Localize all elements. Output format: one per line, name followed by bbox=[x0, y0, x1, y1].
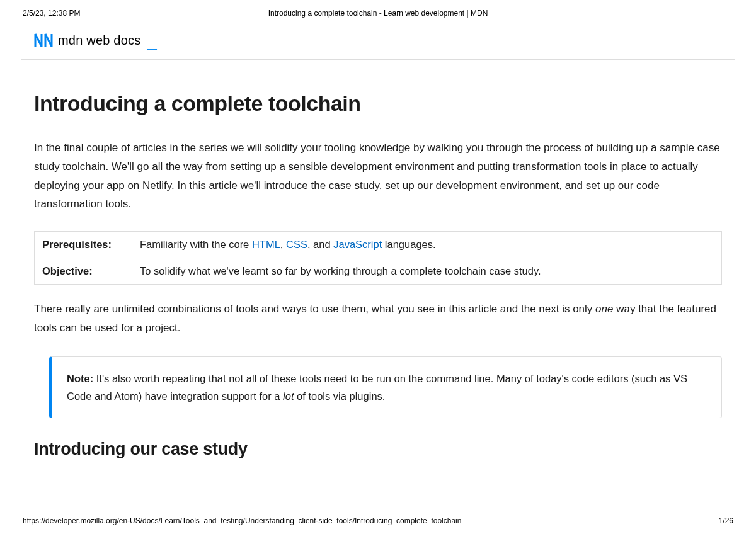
table-row: Objective: To solidify what we've learnt… bbox=[35, 258, 722, 285]
prerequisites-table: Prerequisites: Familiarity with the core… bbox=[34, 231, 722, 285]
link-javascript[interactable]: JavaScript bbox=[333, 239, 382, 250]
italic-one: one bbox=[595, 303, 613, 315]
brand-underscore-icon: _ bbox=[147, 38, 157, 47]
prereq-label: Prerequisites: bbox=[35, 232, 132, 258]
intro-paragraph: In the final couple of articles in the s… bbox=[34, 139, 722, 213]
link-css[interactable]: CSS bbox=[286, 239, 307, 250]
brand-text: mdn web docs bbox=[58, 33, 140, 48]
page-title: Introducing a complete toolchain bbox=[34, 91, 722, 116]
print-title: Introducing a complete toolchain - Learn… bbox=[149, 9, 607, 18]
brand-header: mdn web docs _ bbox=[0, 18, 756, 59]
objective-label: Objective: bbox=[35, 258, 132, 285]
section-title: Introducing our case study bbox=[34, 440, 722, 459]
print-page-number: 1/26 bbox=[719, 516, 733, 525]
mdn-logo-icon bbox=[34, 33, 53, 48]
note-label: Note: bbox=[67, 373, 93, 384]
print-url: https://developer.mozilla.org/en-US/docs… bbox=[23, 516, 461, 525]
brand-link[interactable]: mdn web docs _ bbox=[34, 33, 157, 48]
note-callout: Note: It's also worth repeating that not… bbox=[49, 356, 722, 418]
body-paragraph: There really are unlimited combinations … bbox=[34, 300, 722, 338]
print-header: 2/5/23, 12:38 PM Introducing a complete … bbox=[0, 0, 756, 18]
main-content: Introducing a complete toolchain In the … bbox=[0, 60, 756, 459]
italic-lot: lot bbox=[283, 390, 294, 402]
objective-value: To solidify what we've learnt so far by … bbox=[132, 258, 722, 285]
print-timestamp: 2/5/23, 12:38 PM bbox=[23, 9, 149, 18]
link-html[interactable]: HTML bbox=[252, 239, 280, 250]
print-footer: https://developer.mozilla.org/en-US/docs… bbox=[23, 516, 733, 525]
table-row: Prerequisites: Familiarity with the core… bbox=[35, 232, 722, 258]
prereq-value: Familiarity with the core HTML, CSS, and… bbox=[132, 232, 722, 258]
